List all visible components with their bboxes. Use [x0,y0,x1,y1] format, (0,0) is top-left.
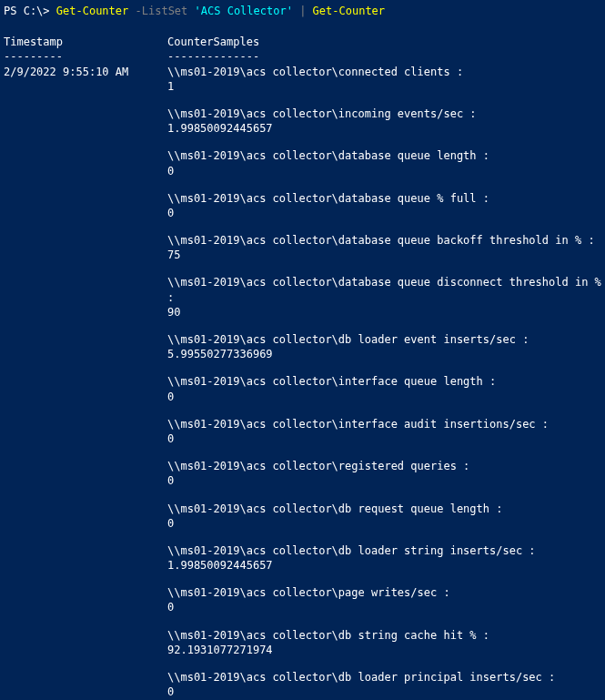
output-header-row: Timestamp CounterSamples [4,35,601,49]
timestamp-value: 2/9/2022 9:55:10 AM [4,65,167,79]
counter-path: \\ms01-2019\acs collector\connected clie… [167,65,601,79]
counter-path: \\ms01-2019\acs collector\db request que… [167,502,601,516]
counter-path: \\ms01-2019\acs collector\db loader prin… [167,670,601,685]
counter-value: 1 [167,79,601,94]
counter-block: \\ms01-2019\acs collector\db loader prin… [167,670,601,699]
counter-value: 1.99850092445657 [167,121,601,136]
cmdlet-get-counter-2: Get-Counter [313,5,385,17]
counter-samples-list: \\ms01-2019\acs collector\connected clie… [167,65,601,700]
counter-value: 0 [167,206,601,220]
prompt-line: PS C:\> Get-Counter -ListSet 'ACS Collec… [4,4,601,18]
counter-block: \\ms01-2019\acs collector\db string cach… [167,628,601,657]
counter-value: 0 [167,516,601,531]
cmdlet-get-counter-1: Get-Counter [56,5,128,17]
counter-block: \\ms01-2019\acs collector\connected clie… [167,65,601,94]
counter-value: 92.1931077271974 [167,643,601,657]
counter-path: \\ms01-2019\acs collector\db loader stri… [167,543,601,558]
counter-block: \\ms01-2019\acs collector\db loader stri… [167,543,601,573]
counter-value: 0 [167,685,601,699]
counter-path: \\ms01-2019\acs collector\database queue… [167,233,601,248]
counter-value: 0 [167,431,601,446]
counter-block: \\ms01-2019\acs collector\incoming event… [167,107,601,136]
divider-countersamples: -------------- [167,49,601,64]
counter-value: 0 [167,390,601,404]
header-timestamp: Timestamp [4,35,167,49]
counter-value: 90 [167,305,601,320]
counter-block: \\ms01-2019\acs collector\db request que… [167,502,601,531]
counter-path: \\ms01-2019\acs collector\db loader even… [167,332,601,347]
counter-block: \\ms01-2019\acs collector\interface audi… [167,417,601,446]
counter-path: \\ms01-2019\acs collector\incoming event… [167,107,601,121]
counter-path: \\ms01-2019\acs collector\database queue… [167,191,601,206]
counter-block: \\ms01-2019\acs collector\interface queu… [167,374,601,403]
counter-block: \\ms01-2019\acs collector\db loader even… [167,332,601,361]
counter-block: \\ms01-2019\acs collector\database queue… [167,191,601,220]
counter-block: \\ms01-2019\acs collector\database queue… [167,275,601,320]
header-countersamples: CounterSamples [167,35,601,49]
counter-value: 1.99850092445657 [167,558,601,573]
counter-path: \\ms01-2019\acs collector\page writes/se… [167,585,601,600]
counter-path: \\ms01-2019\acs collector\interface queu… [167,374,601,389]
counter-value: 75 [167,248,601,262]
counter-path: \\ms01-2019\acs collector\db string cach… [167,628,601,643]
prompt-prefix: PS C:\> [4,5,56,17]
counter-path: \\ms01-2019\acs collector\interface audi… [167,417,601,431]
arg-acs-collector: 'ACS Collector' [187,5,293,17]
output-data-row: 2/9/2022 9:55:10 AM \\ms01-2019\acs coll… [4,65,601,700]
counter-value: 0 [167,164,601,178]
param-listset: -ListSet [128,5,187,17]
counter-path: \\ms01-2019\acs collector\database queue… [167,148,601,163]
counter-block: \\ms01-2019\acs collector\database queue… [167,233,601,262]
counter-value: 5.99550277336969 [167,347,601,361]
pipe-symbol: | [293,5,313,17]
counter-block: \\ms01-2019\acs collector\registered que… [167,459,601,488]
output-divider-row: --------- -------------- [4,49,601,64]
counter-value: 0 [167,600,601,614]
counter-path: \\ms01-2019\acs collector\registered que… [167,459,601,473]
counter-value: 0 [167,473,601,488]
divider-timestamp: --------- [4,49,167,64]
counter-path: \\ms01-2019\acs collector\database queue… [167,275,601,304]
counter-block: \\ms01-2019\acs collector\page writes/se… [167,585,601,614]
counter-block: \\ms01-2019\acs collector\database queue… [167,148,601,178]
